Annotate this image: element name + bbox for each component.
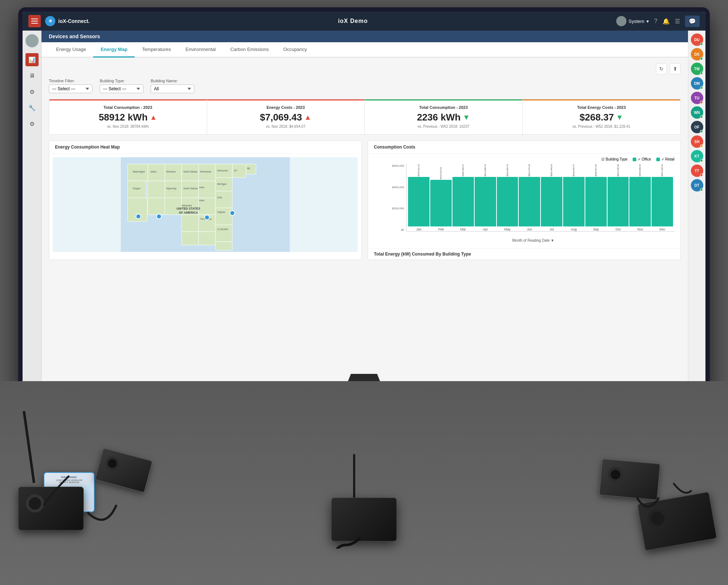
logo-text: ioX-Connect. bbox=[58, 18, 90, 24]
svg-text:Montana: Montana bbox=[166, 170, 176, 173]
kpi-total-consumption-2: Total Consumption - 2023 2236 kWh ▼ vs. … bbox=[365, 99, 523, 134]
status-dot bbox=[700, 72, 703, 75]
avatar-tu[interactable]: TU bbox=[691, 92, 703, 104]
svg-rect-13 bbox=[182, 215, 198, 232]
page-title: Devices and Sensors bbox=[49, 33, 100, 39]
avatar-kt[interactable]: KT bbox=[691, 150, 703, 162]
black-box-center bbox=[331, 498, 397, 541]
avatar-wn[interactable]: WN bbox=[691, 106, 703, 119]
tab-energy-map[interactable]: Energy Map bbox=[93, 42, 135, 58]
kpi-total-consumption-sub: vs. Nov 2018: 38784 kWh bbox=[56, 124, 199, 129]
kpi-arrow-up-1: ▲ bbox=[150, 113, 157, 122]
bar-group: $503,345.30Oct bbox=[608, 164, 629, 231]
bar-group: $468,006.60Nov bbox=[629, 164, 651, 231]
bar-element bbox=[452, 177, 474, 226]
status-dot bbox=[700, 86, 703, 89]
refresh-button[interactable]: ↻ bbox=[656, 63, 667, 74]
center-antenna bbox=[353, 454, 355, 505]
avatar-du[interactable]: DU bbox=[691, 33, 703, 46]
bar-value-label: $419,419.52 bbox=[440, 167, 442, 179]
kpi-total-energy-costs: Total Energy Costs - 2023 $268.37 ▼ vs. … bbox=[523, 99, 681, 134]
svg-text:NY: NY bbox=[234, 169, 238, 172]
app-title: ioX Demo bbox=[90, 18, 616, 24]
chart-inner: $600,000 $400,000 $200,000 $0 $449,231.6… bbox=[392, 164, 674, 237]
building-name-select[interactable]: All bbox=[151, 84, 194, 93]
bar-month-label: Jul bbox=[550, 228, 554, 231]
notification-button[interactable]: 🔔 bbox=[662, 18, 670, 25]
tab-temperatures[interactable]: Temperatures bbox=[135, 42, 178, 58]
svg-rect-24 bbox=[215, 242, 232, 250]
building-type-select[interactable]: --- Select --- bbox=[100, 84, 143, 93]
timeline-filter-select[interactable]: --- Select --- bbox=[49, 84, 92, 93]
y-label-400k: $400,000 bbox=[392, 186, 404, 189]
svg-rect-23 bbox=[215, 225, 232, 242]
tab-carbon-emissions[interactable]: Carbon Emissions bbox=[223, 42, 276, 58]
svg-rect-22 bbox=[215, 208, 232, 225]
kpi-total-consumption: Total Consumption - 2023 58912 kWh ▲ vs.… bbox=[49, 99, 207, 134]
y-label-600k: $600,000 bbox=[392, 164, 404, 167]
ct-clamp-opening-1 bbox=[26, 494, 44, 513]
content-area: Devices and Sensors Energy Usage Energy … bbox=[41, 31, 688, 403]
bar-group: $419,419.52Feb bbox=[430, 164, 452, 231]
heat-map-body: Washington Oregon Idaho Montana North Da… bbox=[49, 154, 361, 256]
avatar-tt[interactable]: TT bbox=[691, 165, 703, 177]
bar-element bbox=[585, 177, 607, 226]
bars-area: $449,231.62Jan$419,419.52Feb$485,206.57M… bbox=[406, 164, 674, 232]
legend-retail: ✓ Retail bbox=[656, 157, 674, 161]
sidebar-icon-tools[interactable]: 🔧 bbox=[25, 101, 39, 114]
bar-month-label: Oct bbox=[616, 228, 621, 231]
tab-energy-usage[interactable]: Energy Usage bbox=[49, 42, 93, 58]
svg-text:North Dakota: North Dakota bbox=[183, 170, 198, 173]
avatar-dt[interactable]: DT bbox=[691, 179, 703, 191]
ct-clamp-opening-2 bbox=[104, 455, 121, 472]
kpi-energy-costs-value: $7,069.43 ▲ bbox=[214, 112, 357, 123]
bar-chart-legend: ☑ Building Type ✓ Office ✓ Retail bbox=[374, 157, 674, 161]
sidebar-icon-monitor[interactable]: 🖥 bbox=[25, 69, 39, 82]
svg-text:Michigan: Michigan bbox=[217, 183, 227, 186]
bar-group: $449,231.62Jan bbox=[408, 164, 430, 231]
legend-retail-dot bbox=[656, 158, 660, 161]
user-area[interactable]: System ▾ bbox=[616, 16, 649, 26]
ct-clamp-large-1 bbox=[18, 487, 84, 530]
tab-environmental[interactable]: Environmental bbox=[178, 42, 223, 58]
user-caret: ▾ bbox=[646, 19, 649, 24]
avatar-of[interactable]: OF bbox=[691, 121, 703, 133]
kpi-row: Total Consumption - 2023 58912 kWh ▲ vs.… bbox=[49, 99, 681, 135]
sidebar-icon-settings[interactable]: ⚙ bbox=[25, 85, 39, 98]
bar-value-label: $461,160.03 bbox=[661, 164, 664, 176]
avatar-dm[interactable]: DM bbox=[691, 77, 703, 90]
hamburger-button[interactable] bbox=[28, 15, 41, 27]
bar-chart-container: ☑ Building Type ✓ Office ✓ Retail bbox=[368, 154, 680, 248]
export-button[interactable]: ⬆ bbox=[670, 63, 681, 74]
status-dot bbox=[700, 43, 703, 46]
menu-button[interactable]: ☰ bbox=[675, 18, 680, 25]
legend-building-type-label: ☑ Building Type bbox=[601, 157, 628, 161]
bar-group: $485,206.57Mar bbox=[452, 164, 474, 231]
bar-chart-card: Consumption Costs ☑ Building Type bbox=[368, 141, 681, 260]
svg-text:NE: NE bbox=[247, 167, 250, 170]
avatar-sh[interactable]: SH bbox=[691, 135, 703, 148]
toolbar-row: ↻ ⬆ bbox=[49, 63, 681, 74]
bar-element bbox=[608, 177, 629, 226]
kpi-total-consumption-2-value: 2236 kWh ▼ bbox=[372, 112, 515, 123]
right-sidebar: DUDSTWDMTUWNOFSHKTTTDT bbox=[688, 31, 705, 403]
bar-group: $553,479.28Jun bbox=[519, 164, 540, 231]
iot-box-brand: IoX-Connect. bbox=[47, 476, 91, 478]
kpi-total-consumption-2-sub: vs. Previous - W52 2018: 10237 bbox=[372, 124, 515, 129]
status-dot bbox=[700, 130, 703, 133]
tab-occupancy[interactable]: Occupancy bbox=[276, 42, 314, 58]
avatar-ds[interactable]: DS bbox=[691, 48, 703, 60]
chat-button[interactable]: 💬 bbox=[685, 16, 700, 27]
sidebar-icon-config[interactable]: ⚙ bbox=[25, 117, 39, 130]
bar-chart-title: Consumption Costs bbox=[368, 141, 680, 154]
svg-text:Idaho: Idaho bbox=[151, 170, 157, 173]
avatar-tw[interactable]: TW bbox=[691, 63, 703, 75]
help-button[interactable]: ? bbox=[654, 18, 657, 24]
sidebar-icon-chart[interactable]: 📊 bbox=[25, 53, 39, 66]
svg-text:South Dakota: South Dakota bbox=[183, 187, 198, 190]
x-axis-title: Month of Reading Date ▼ bbox=[392, 238, 674, 242]
y-label-200k: $200,000 bbox=[392, 207, 404, 210]
bar-element bbox=[519, 177, 540, 226]
bar-month-label: Dec bbox=[660, 228, 665, 231]
bar-element bbox=[497, 177, 518, 226]
